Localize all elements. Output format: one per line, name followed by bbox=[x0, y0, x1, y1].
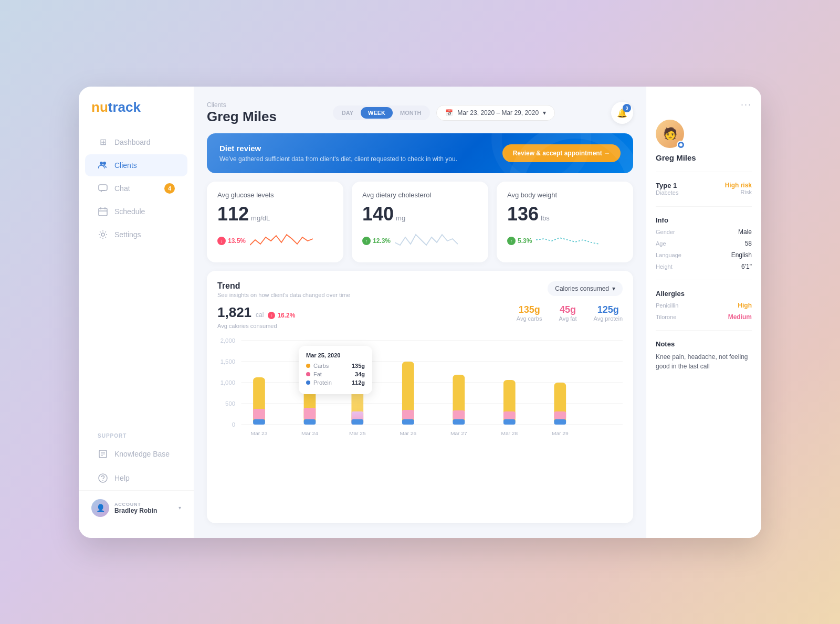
info-row-language: Language English bbox=[656, 251, 752, 259]
risk-tag: High risk bbox=[725, 182, 752, 189]
svg-text:Mar 23: Mar 23 bbox=[251, 430, 268, 436]
avatar: 👤 bbox=[91, 499, 109, 517]
tooltip-row-protein: Protein 112g bbox=[306, 379, 365, 386]
sidebar-item-settings[interactable]: Settings bbox=[85, 224, 187, 246]
calendar-icon: 📅 bbox=[445, 109, 453, 117]
macro-carbs: 135g Avg carbs bbox=[517, 304, 542, 322]
patient-panel: ··· 🧑 Greg Miles Type 1 Diabetes High ri… bbox=[646, 87, 761, 538]
stat-unit: mg bbox=[396, 214, 405, 222]
trend-avg-label: Avg calories consumed bbox=[217, 323, 295, 329]
banner-title: Diet review bbox=[219, 144, 502, 153]
svg-rect-25 bbox=[253, 409, 265, 419]
stat-change: ↓ 13.5% bbox=[217, 237, 246, 245]
patient-name: Greg Miles bbox=[656, 153, 696, 162]
stat-value: 112 bbox=[217, 203, 249, 225]
divider bbox=[656, 330, 752, 331]
sidebar-item-help[interactable]: Help bbox=[85, 467, 187, 489]
logo-nu: nu bbox=[91, 99, 108, 115]
change-indicator: ↑ bbox=[362, 237, 371, 245]
page-title: Greg Miles bbox=[207, 109, 277, 125]
cholesterol-sparkline bbox=[395, 229, 478, 253]
svg-rect-3 bbox=[99, 208, 107, 216]
info-row-gender: Gender Male bbox=[656, 228, 752, 236]
allergy-level-high: High bbox=[738, 302, 752, 309]
notification-button[interactable]: 🔔 3 bbox=[611, 102, 633, 124]
sidebar-item-clients[interactable]: Clients bbox=[85, 154, 187, 176]
stat-label: Avg dietary cholesterol bbox=[362, 191, 478, 199]
sidebar-item-knowledge-base[interactable]: Knowledge Base bbox=[85, 443, 187, 465]
svg-text:Mar 25: Mar 25 bbox=[349, 430, 366, 436]
svg-text:Mar 26: Mar 26 bbox=[400, 430, 416, 436]
change-indicator: ↑ bbox=[507, 237, 516, 245]
settings-icon bbox=[98, 229, 108, 240]
trend-title: Trend bbox=[217, 281, 350, 291]
svg-point-1 bbox=[103, 162, 106, 165]
patient-avatar: 🧑 bbox=[656, 120, 684, 148]
stats-row: Avg glucose levels 112 mg/dL ↓ 13.5% bbox=[207, 182, 633, 262]
sidebar-item-schedule[interactable]: Schedule bbox=[85, 200, 187, 223]
stat-change: ↑ 5.3% bbox=[507, 237, 532, 245]
chevron-down-icon: ▾ bbox=[543, 109, 546, 117]
knowledge-icon bbox=[98, 449, 108, 459]
glucose-sparkline bbox=[250, 229, 333, 253]
tooltip-row-carbs: Carbs 135g bbox=[306, 363, 365, 369]
sidebar-item-label: Clients bbox=[114, 161, 137, 170]
svg-rect-37 bbox=[402, 410, 414, 419]
period-tab-day[interactable]: DAY bbox=[334, 107, 361, 119]
chat-icon bbox=[98, 183, 108, 194]
svg-rect-45 bbox=[503, 411, 516, 419]
trend-card: Trend See insights on how client's data … bbox=[207, 271, 633, 523]
allergies-grid: Penicillin High Tilorone Medium bbox=[656, 302, 752, 321]
stat-value: 136 bbox=[507, 203, 539, 225]
svg-rect-29 bbox=[304, 408, 316, 419]
account-label: ACCOUNT bbox=[114, 502, 178, 507]
chart-svg: 2,000 1,500 1,000 500 0 Mar 23 Mar 24 bbox=[217, 335, 623, 440]
period-tab-week[interactable]: WEEK bbox=[361, 107, 393, 119]
chart-tooltip: Mar 25, 2020 Carbs 135g Fat 34g bbox=[299, 346, 372, 394]
trend-change: ↑ 16.2% bbox=[268, 312, 295, 319]
fat-dot bbox=[306, 372, 310, 376]
svg-point-0 bbox=[100, 162, 103, 165]
patient-header: 🧑 Greg Miles bbox=[656, 120, 752, 162]
sidebar-item-dashboard[interactable]: ⊞ Dashboard bbox=[85, 131, 187, 153]
svg-text:Mar 24: Mar 24 bbox=[301, 430, 318, 436]
trend-cal-unit: cal bbox=[256, 311, 264, 319]
svg-rect-46 bbox=[503, 419, 516, 425]
weight-sparkline bbox=[536, 229, 623, 253]
diet-banner: Diet review We've gathered sufficient da… bbox=[207, 133, 633, 173]
svg-text:1,000: 1,000 bbox=[220, 379, 235, 385]
date-range-button[interactable]: 📅 Mar 23, 2020 – Mar 29, 2020 ▾ bbox=[436, 105, 555, 121]
chevron-down-icon: ▾ bbox=[612, 285, 615, 292]
svg-text:Mar 29: Mar 29 bbox=[552, 430, 569, 436]
divider bbox=[656, 280, 752, 280]
account-section[interactable]: 👤 ACCOUNT Bradley Robin ▾ bbox=[79, 490, 194, 525]
stat-label: Avg glucose levels bbox=[217, 191, 333, 199]
notification-badge: 3 bbox=[623, 104, 631, 112]
sidebar-item-label: Settings bbox=[114, 230, 141, 239]
stat-unit: lbs bbox=[541, 214, 550, 222]
change-indicator: ↑ bbox=[268, 312, 275, 319]
notes-content: Knee pain, headache, not feeling good in… bbox=[656, 352, 752, 371]
allergy-tilorone: Tilorone Medium bbox=[656, 313, 752, 321]
main-content: Clients Greg Miles DAY WEEK MONTH 📅 Mar … bbox=[194, 87, 646, 538]
calories-dropdown[interactable]: Calories consumed ▾ bbox=[548, 281, 623, 296]
stat-change: ↑ 12.3% bbox=[362, 237, 391, 245]
macro-summary: 135g Avg carbs 45g Avg fat 125g Avg prot… bbox=[517, 304, 623, 322]
svg-rect-41 bbox=[453, 410, 465, 419]
svg-rect-2 bbox=[99, 185, 107, 191]
chat-badge: 4 bbox=[164, 183, 175, 194]
period-tab-month[interactable]: MONTH bbox=[393, 107, 428, 119]
sidebar-item-label: Knowledge Base bbox=[114, 450, 170, 458]
sidebar-item-chat[interactable]: Chat 4 bbox=[85, 177, 187, 199]
stat-unit: mg/dL bbox=[251, 214, 270, 222]
main-nav: ⊞ Dashboard Clients bbox=[79, 130, 194, 425]
sidebar: nutrack ⊞ Dashboard Clients bbox=[79, 87, 194, 538]
sidebar-item-label: Help bbox=[114, 474, 130, 482]
svg-text:2,000: 2,000 bbox=[220, 337, 235, 343]
svg-point-13 bbox=[102, 480, 103, 481]
support-label: SUPPORT bbox=[79, 425, 194, 442]
clients-icon bbox=[98, 160, 108, 171]
review-appointment-button[interactable]: Review & accept appointment → bbox=[502, 144, 621, 162]
more-options-button[interactable]: ··· bbox=[741, 99, 752, 110]
status-ring bbox=[677, 141, 685, 149]
